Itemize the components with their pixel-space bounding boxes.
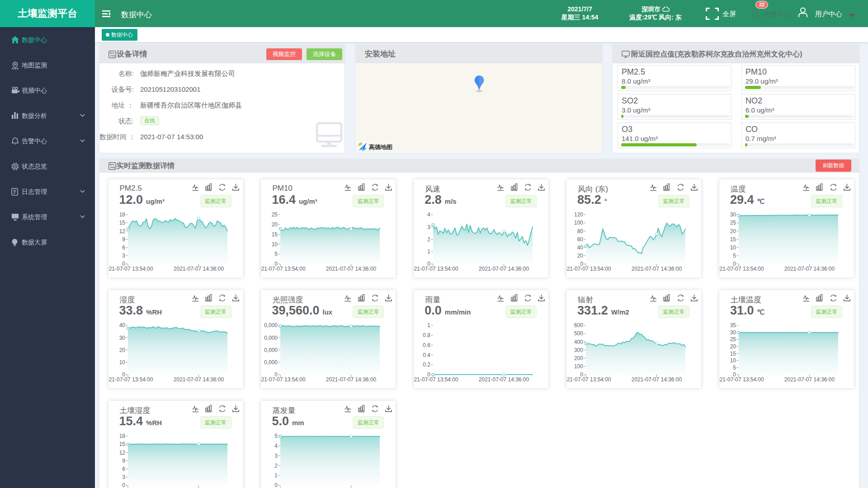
svg-text:120: 120: [574, 211, 583, 218]
svg-text:30: 30: [730, 211, 736, 218]
svg-text:2021-07-07 14:36:00: 2021-07-07 14:36:00: [326, 266, 377, 272]
svg-text:2021-07-07 13:54:00: 2021-07-07 13:54:00: [414, 376, 458, 383]
svg-text:5: 5: [733, 365, 736, 371]
svg-text:80: 80: [577, 228, 584, 235]
svg-text:20: 20: [272, 221, 278, 228]
svg-text:30: 30: [730, 329, 736, 336]
svg-text:2021-07-07 14:36:00: 2021-07-07 14:36:00: [173, 266, 224, 272]
svg-text:2: 2: [428, 236, 431, 243]
svg-text:6: 6: [122, 244, 125, 251]
svg-text:100: 100: [574, 220, 583, 226]
svg-text:0,000: 0,000: [264, 359, 278, 366]
svg-text:3: 3: [122, 253, 125, 259]
svg-text:2021-07-07 14:36:00: 2021-07-07 14:36:00: [479, 376, 529, 383]
svg-text:1: 1: [428, 322, 431, 328]
svg-text:1: 1: [428, 249, 431, 255]
svg-text:9: 9: [122, 236, 125, 243]
svg-text:20: 20: [730, 228, 736, 235]
svg-text:2021-07-07 13:54:00: 2021-07-07 13:54:00: [261, 376, 306, 383]
svg-text:40: 40: [577, 244, 584, 251]
svg-text:3: 3: [122, 474, 125, 480]
svg-text:3: 3: [428, 224, 431, 230]
svg-text:12: 12: [119, 228, 125, 235]
svg-text:2021-07-07 13:54:00: 2021-07-07 13:54:00: [719, 266, 764, 272]
svg-text:5: 5: [275, 251, 278, 257]
svg-text:40: 40: [119, 322, 125, 328]
svg-text:2021-07-07 13:54:00: 2021-07-07 13:54:00: [566, 266, 611, 272]
svg-text:2021-07-07 14:36:00: 2021-07-07 14:36:00: [173, 376, 224, 383]
svg-text:10: 10: [272, 241, 278, 248]
svg-text:60: 60: [577, 236, 584, 243]
svg-text:15: 15: [730, 236, 736, 243]
svg-text:25: 25: [272, 211, 278, 218]
svg-text:2021-07-07 13:54:00: 2021-07-07 13:54:00: [261, 266, 306, 272]
svg-text:2021-07-07 13:54:00: 2021-07-07 13:54:00: [414, 266, 458, 272]
svg-text:100: 100: [574, 363, 583, 370]
svg-text:2021-07-07 13:54:00: 2021-07-07 13:54:00: [108, 266, 153, 272]
svg-text:600: 600: [574, 322, 583, 328]
svg-text:10: 10: [119, 359, 125, 366]
svg-text:20: 20: [119, 347, 125, 353]
svg-text:2021-07-07 13:54:00: 2021-07-07 13:54:00: [108, 376, 153, 383]
svg-text:2021-07-07 13:54:00: 2021-07-07 13:54:00: [566, 376, 611, 383]
svg-text:25: 25: [730, 336, 736, 343]
svg-text:2021-07-07 14:36:00: 2021-07-07 14:36:00: [784, 376, 835, 383]
svg-text:15: 15: [119, 220, 125, 226]
svg-text:6: 6: [122, 466, 125, 472]
svg-text:2: 2: [275, 463, 278, 469]
svg-text:5: 5: [733, 253, 736, 259]
svg-text:0,000: 0,000: [264, 347, 278, 353]
svg-text:4: 4: [275, 443, 278, 449]
svg-text:5: 5: [275, 433, 278, 439]
svg-text:200: 200: [574, 355, 583, 361]
svg-text:0,000: 0,000: [264, 335, 278, 341]
svg-text:9: 9: [122, 458, 125, 464]
svg-text:0,000: 0,000: [264, 322, 278, 328]
svg-text:30: 30: [119, 335, 125, 341]
svg-text:300: 300: [574, 347, 583, 353]
svg-text:15: 15: [730, 351, 736, 357]
svg-text:500: 500: [574, 330, 583, 337]
svg-text:0.2: 0.2: [423, 361, 431, 368]
svg-text:3: 3: [275, 453, 278, 459]
svg-text:0.8: 0.8: [423, 332, 431, 338]
svg-text:2021-07-07 14:36:00: 2021-07-07 14:36:00: [632, 266, 682, 272]
svg-text:15: 15: [272, 231, 278, 238]
svg-text:15: 15: [119, 441, 125, 447]
svg-text:4: 4: [428, 211, 431, 218]
svg-text:2021-07-07 14:36:00: 2021-07-07 14:36:00: [632, 376, 682, 383]
svg-text:10: 10: [730, 357, 736, 364]
svg-text:0.4: 0.4: [423, 352, 431, 358]
svg-text:2021-07-07 13:54:00: 2021-07-07 13:54:00: [719, 376, 764, 383]
svg-text:20: 20: [730, 343, 736, 350]
svg-text:35: 35: [730, 322, 736, 328]
svg-text:2021-07-07 14:36:00: 2021-07-07 14:36:00: [784, 266, 835, 272]
svg-text:18: 18: [119, 211, 125, 218]
svg-text:25: 25: [730, 220, 736, 226]
svg-text:12: 12: [119, 450, 125, 456]
svg-text:400: 400: [574, 339, 583, 345]
svg-text:20: 20: [577, 253, 584, 259]
svg-text:18: 18: [119, 433, 125, 439]
svg-text:0.6: 0.6: [423, 342, 431, 348]
svg-text:2021-07-07 14:36:00: 2021-07-07 14:36:00: [479, 266, 529, 272]
svg-text:10: 10: [730, 244, 736, 251]
svg-text:1: 1: [275, 472, 278, 479]
svg-text:2021-07-07 14:36:00: 2021-07-07 14:36:00: [326, 376, 377, 383]
